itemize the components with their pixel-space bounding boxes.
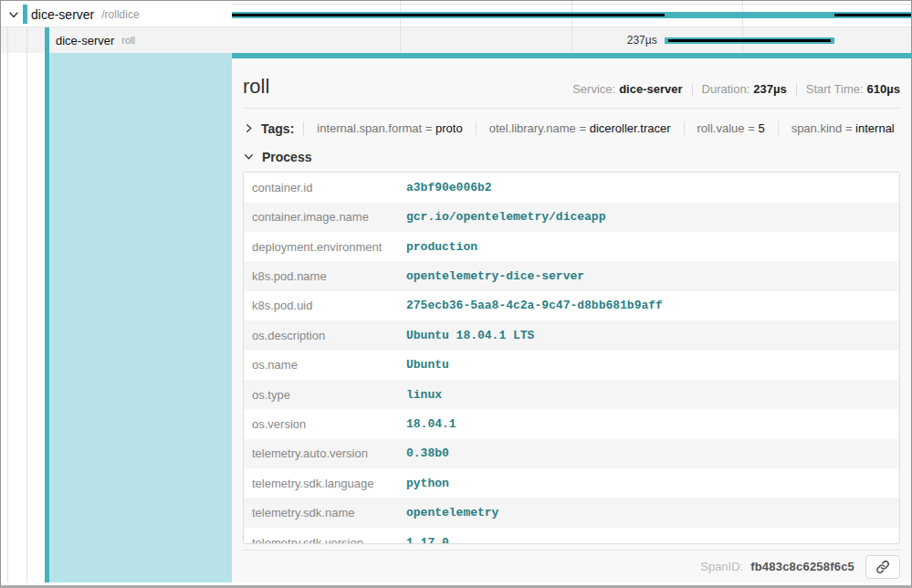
process-key: os.name: [244, 358, 406, 372]
process-value: Ubuntu 18.04.1 LTS: [406, 329, 534, 342]
copy-span-link-button[interactable]: [865, 555, 900, 579]
tag-summary-item: span.kind = internal: [778, 121, 907, 135]
indent-guide: [26, 27, 27, 583]
span-stats: Service:dice-server Duration:237µs Start…: [572, 82, 900, 96]
span-row-rolldice[interactable]: dice-server /rolldice: [1, 1, 911, 27]
tag-value: diceroller.tracer: [590, 121, 671, 135]
process-key: telemetry.sdk.language: [244, 477, 406, 490]
tag-summary-item: internal.span.format = proto: [303, 121, 475, 135]
span-timeline: [232, 1, 911, 27]
span-detail-footer: SpanID: fb483c8c6258f6c5: [243, 550, 900, 583]
process-key: deployment.environment: [244, 240, 406, 254]
process-table: container.id a3bf90e006b2 container.imag…: [243, 172, 900, 544]
service-name: dice-server: [31, 7, 94, 22]
stat-value: dice-server: [619, 82, 682, 96]
process-table-row: telemetry.auto.version 0.38b0: [244, 439, 899, 468]
process-table-row: deployment.environment production: [244, 232, 899, 261]
operation-name: /rolldice: [101, 8, 139, 21]
process-value: 18.04.1: [406, 417, 456, 431]
stat-duration: Duration:237µs: [702, 82, 787, 96]
process-value: opentelemetry-dice-server: [406, 269, 584, 283]
stat-start-time: Start Time:610µs: [806, 82, 900, 96]
process-value: a3bf90e006b2: [406, 181, 492, 194]
spanid-label: SpanID:: [700, 560, 743, 573]
process-table-row: k8s.pod.uid 275ecb36-5aa8-4c2a-9c47-d8bb…: [244, 291, 899, 320]
process-key: os.description: [244, 329, 406, 342]
tag-value: internal: [855, 121, 895, 135]
process-table-row: container.image.name gcr.io/opentelemetr…: [244, 203, 899, 232]
stat-value: 610µs: [867, 82, 900, 96]
tag-value: 5: [758, 121, 764, 135]
process-value: 1.17.0: [406, 536, 449, 545]
chevron-right-icon: [243, 122, 255, 135]
process-table-row: telemetry.sdk.name opentelemetry: [244, 498, 899, 527]
tag-summary-item: otel.library.name = diceroller.tracer: [476, 121, 684, 135]
span-row-roll[interactable]: dice-server roll 237µs: [1, 27, 911, 53]
stat-divider: [796, 83, 797, 96]
tag-key: roll.value: [697, 121, 745, 135]
span-duration-bar[interactable]: [665, 37, 834, 44]
process-accordion[interactable]: Process: [243, 146, 900, 167]
span-title: roll: [243, 75, 269, 99]
child-span-overlay: [232, 14, 665, 16]
child-span-overlay: [834, 14, 911, 16]
link-icon: [875, 559, 891, 575]
span-name-column[interactable]: dice-server /rolldice: [1, 1, 232, 27]
header-divider: [243, 108, 900, 109]
service-name: dice-server: [56, 34, 114, 47]
span-name-column[interactable]: dice-server roll: [1, 27, 232, 53]
process-key: k8s.pod.uid: [244, 299, 406, 312]
process-key: os.version: [244, 417, 406, 431]
process-value: linux: [406, 388, 442, 402]
chevron-down-icon[interactable]: [7, 8, 20, 21]
stat-label: Service:: [572, 82, 615, 96]
process-table-row: telemetry.sdk.language python: [244, 468, 899, 498]
process-value: python: [406, 477, 449, 490]
process-value: production: [406, 240, 477, 254]
stat-value: 237µs: [753, 82, 786, 96]
span-duration-bar[interactable]: [232, 12, 911, 18]
indent-guide: [7, 27, 8, 583]
stat-divider: [692, 83, 693, 96]
process-value: Ubuntu: [406, 358, 449, 372]
stat-service: Service:dice-server: [572, 82, 682, 96]
process-key: telemetry.sdk.name: [244, 506, 406, 520]
process-key: os.type: [244, 388, 406, 402]
stat-label: Start Time:: [806, 82, 864, 96]
span-timeline: 237µs: [232, 27, 911, 53]
process-table-row: os.description Ubuntu 18.04.1 LTS: [244, 320, 899, 350]
tag-key: internal.span.format: [317, 121, 422, 135]
process-table-row: os.type linux: [244, 380, 899, 409]
process-key: telemetry.auto.version: [244, 446, 406, 460]
process-table-row: os.name Ubuntu: [244, 351, 899, 380]
span-detail-header: roll Service:dice-server Duration:237µs …: [243, 75, 900, 99]
process-table-row: k8s.pod.name opentelemetry-dice-server: [244, 261, 899, 290]
spanid-value: fb483c8c6258f6c5: [750, 560, 854, 573]
process-key: container.image.name: [244, 210, 406, 224]
tag-summary-item: roll.value = 5: [684, 121, 778, 135]
process-value: opentelemetry: [406, 506, 498, 520]
tag-key: span.kind: [791, 121, 843, 135]
process-table-row: os.version 18.04.1: [244, 409, 899, 438]
service-color-bar: [23, 5, 27, 24]
process-key: container.id: [244, 181, 406, 194]
stat-label: Duration:: [702, 82, 750, 96]
process-key: k8s.pod.name: [244, 269, 406, 283]
selected-span-highlight: [49, 53, 232, 583]
process-table-row: telemetry.sdk.version 1.17.0: [244, 528, 899, 544]
tag-value: proto: [435, 121, 463, 135]
tags-accordion[interactable]: Tags: internal.span.format = proto otel.…: [243, 117, 900, 140]
process-value: gcr.io/opentelemetry/diceapp: [406, 210, 605, 224]
process-value: 0.38b0: [406, 446, 449, 460]
tags-header-label: Tags:: [261, 121, 294, 136]
process-value: 275ecb36-5aa8-4c2a-9c47-d8bb681b9aff: [406, 299, 663, 312]
tag-key: otel.library.name: [489, 121, 576, 135]
chevron-down-icon: [243, 151, 256, 163]
span-overlay: [668, 39, 831, 42]
process-key: telemetry.sdk.version: [244, 536, 406, 545]
operation-name: roll: [121, 35, 135, 46]
jaeger-trace-span-detail-view: dice-server /rolldice dice-server roll 2…: [0, 0, 912, 588]
span-detail-panel: roll Service:dice-server Duration:237µs …: [232, 53, 911, 583]
span-duration-label: 237µs: [627, 34, 663, 47]
process-table-row: container.id a3bf90e006b2: [244, 173, 899, 202]
